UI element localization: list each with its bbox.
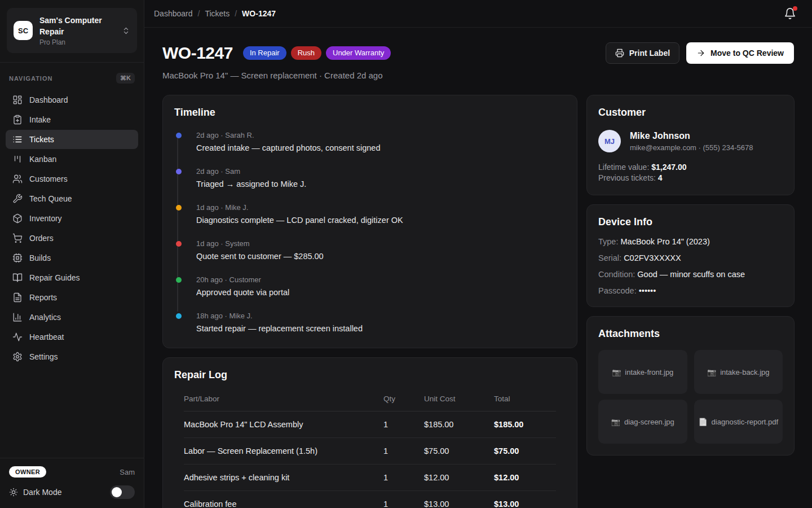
col-header-unit-cost: Unit Cost: [424, 392, 494, 411]
sidebar-item-reports[interactable]: Reports: [6, 288, 138, 307]
device-passcode-label: Passcode:: [598, 286, 639, 295]
timeline-title: Timeline: [174, 107, 566, 119]
timeline-meta: 18h ago · Mike J.: [196, 312, 566, 320]
sidebar-item-label: Dashboard: [29, 95, 68, 104]
timeline-card: Timeline 2d ago · Sarah R. Created intak…: [162, 95, 577, 348]
sidebar-item-orders[interactable]: Orders: [6, 229, 138, 248]
col-header-total: Total: [494, 392, 556, 411]
timeline-meta: 20h ago · Customer: [196, 275, 566, 284]
device-info-card: Device Info Type: MacBook Pro 14" (2023)…: [586, 204, 795, 307]
timeline-entry: 2d ago · Sam Triaged → assigned to Mike …: [175, 167, 566, 189]
timeline-meta: 1d ago · Mike J.: [196, 203, 566, 212]
sidebar-item-settings[interactable]: Settings: [6, 347, 138, 366]
sidebar-item-tech-queue[interactable]: Tech Queue: [6, 189, 138, 208]
sidebar-item-analytics[interactable]: Analytics: [6, 308, 138, 327]
sidebar-item-inventory[interactable]: Inventory: [6, 209, 138, 228]
workspace-plan: Pro Plan: [39, 38, 115, 46]
device-condition-value: Good — minor scuffs on case: [637, 270, 745, 279]
attachment-name: intake-back.jpg: [720, 368, 769, 376]
breadcrumb-current: WO-1247: [242, 9, 276, 18]
sidebar-footer: OWNER Sam Dark Mode: [0, 458, 144, 508]
device-passcode-value: ••••••: [639, 286, 656, 295]
gear-icon: [12, 352, 23, 362]
device-type-label: Type:: [598, 237, 621, 246]
cell-qty: 1: [383, 465, 424, 491]
cell-part: MacBook Pro 14" LCD Assembly: [184, 411, 383, 437]
sidebar-item-tickets[interactable]: Tickets: [6, 130, 138, 149]
sidebar-item-dashboard[interactable]: Dashboard: [6, 90, 138, 110]
command-k-shortcut[interactable]: ⌘K: [116, 73, 135, 84]
timeline-text: Diagnostics complete — LCD panel cracked…: [196, 216, 566, 225]
move-to-qc-button[interactable]: Move to QC Review: [686, 42, 794, 64]
cell-total: $185.00: [494, 411, 556, 437]
attachment-intake-front[interactable]: 📷 intake-front.jpg: [598, 350, 687, 394]
cell-total: $12.00: [494, 465, 556, 491]
workspace-avatar: SC: [14, 21, 33, 40]
sidebar-item-customers[interactable]: Customers: [6, 169, 138, 189]
layout-dashboard-icon: [12, 95, 23, 105]
col-header-part: Part/Labor: [184, 392, 383, 411]
device-passcode-line: Passcode: ••••••: [598, 286, 783, 295]
page-title: WO-1247: [162, 43, 233, 63]
previous-tickets-label: Previous tickets:: [598, 173, 658, 182]
sidebar-item-heartbeat[interactable]: Heartbeat: [6, 327, 138, 347]
users-icon: [12, 174, 23, 184]
status-badge-in-repair: In Repair: [243, 46, 286, 60]
owner-row: OWNER Sam: [9, 466, 135, 478]
workspace-switcher[interactable]: SC Sam's Computer Repair Pro Plan: [7, 8, 137, 53]
avatar: MJ: [598, 130, 621, 152]
device-type-line: Type: MacBook Pro 14" (2023): [598, 237, 783, 246]
status-badge-warranty: Under Warranty: [326, 46, 391, 60]
table-row: Labor — Screen Replacement (1.5h) 1 $75.…: [184, 438, 556, 465]
user-name: Sam: [120, 468, 135, 476]
repair-log-title: Repair Log: [174, 369, 566, 381]
attachment-diag-screen[interactable]: 📷 diag-screen.jpg: [598, 400, 687, 444]
table-row: Calibration fee 1 $13.00 $13.00: [184, 491, 556, 508]
bar-chart-icon: [12, 312, 23, 322]
timeline-text: Triaged → assigned to Mike J.: [196, 179, 566, 189]
table-row: MacBook Pro 14" LCD Assembly 1 $185.00 $…: [184, 411, 556, 438]
camera-icon: 📷: [612, 368, 621, 376]
breadcrumb-tickets[interactable]: Tickets: [205, 9, 230, 18]
cell-part: Calibration fee: [184, 491, 383, 508]
notifications-button[interactable]: [782, 5, 798, 22]
sidebar-item-builds[interactable]: Builds: [6, 248, 138, 268]
sidebar-item-repair-guides[interactable]: Repair Guides: [6, 268, 138, 287]
main-area: Dashboard / Tickets / WO-1247 WO-1247 In…: [144, 0, 812, 508]
sun-icon: [9, 488, 18, 497]
sidebar-item-intake[interactable]: Intake: [6, 110, 138, 129]
sidebar-item-label: Inventory: [29, 214, 62, 223]
print-label-button[interactable]: Print Label: [606, 42, 679, 64]
table-row: Adhesive strips + cleaning kit 1 $12.00 …: [184, 465, 556, 491]
timeline-meta: 1d ago · System: [196, 239, 566, 248]
cell-qty: 1: [383, 491, 424, 508]
wrench-icon: [12, 194, 23, 204]
sidebar-nav: Dashboard Intake Tickets Kanban Customer…: [0, 88, 144, 367]
cell-part: Labor — Screen Replacement (1.5h): [184, 438, 383, 464]
timeline-dot: [176, 241, 182, 247]
cell-unit-cost: $75.00: [424, 438, 494, 464]
lifetime-value-line: Lifetime value: $1,247.00: [598, 162, 783, 173]
sidebar-item-label: Heartbeat: [29, 332, 64, 341]
file-text-icon: [12, 292, 23, 303]
workspace-section: SC Sam's Computer Repair Pro Plan: [0, 0, 144, 63]
status-badge-rush: Rush: [291, 46, 321, 60]
activity-icon: [12, 332, 23, 342]
breadcrumb-separator: /: [198, 9, 200, 18]
camera-icon: 📷: [611, 418, 620, 426]
timeline-entry: 1d ago · Mike J. Diagnostics complete — …: [175, 203, 566, 225]
sidebar-item-label: Tickets: [29, 135, 54, 144]
attachment-name: intake-front.jpg: [625, 368, 673, 376]
cell-total: $13.00: [494, 491, 556, 508]
col-header-qty: Qty: [383, 392, 424, 411]
attachment-diagnostic-report[interactable]: 📄 diagnostic-report.pdf: [694, 400, 783, 444]
sidebar-item-kanban[interactable]: Kanban: [6, 150, 138, 169]
dark-mode-toggle[interactable]: [110, 485, 135, 499]
breadcrumb-dashboard[interactable]: Dashboard: [154, 9, 193, 18]
attachment-intake-back[interactable]: 📷 intake-back.jpg: [694, 350, 783, 394]
status-badges: In Repair Rush Under Warranty: [243, 46, 391, 60]
book-open-icon: [12, 273, 23, 283]
cell-unit-cost: $185.00: [424, 411, 494, 437]
customer-name: Mike Johnson: [630, 131, 753, 141]
ticket-subtitle: MacBook Pro 14" — Screen replacement · C…: [162, 71, 794, 80]
